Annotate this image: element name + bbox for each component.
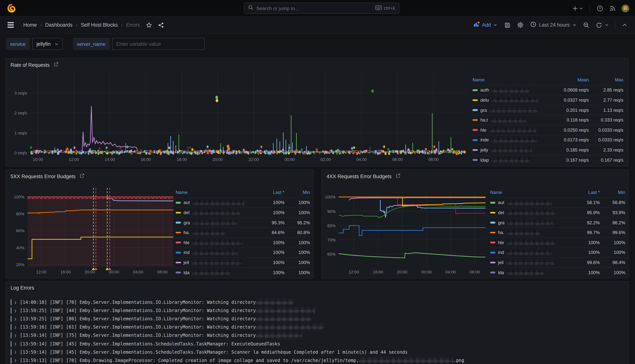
chevron-down-icon — [493, 23, 497, 27]
legend-value: 80.8% — [285, 230, 311, 235]
legend-series-toggle[interactable]: lda — [176, 270, 258, 275]
legend-series-toggle[interactable]: jell — [176, 260, 258, 265]
nav-right-actions: ? — [570, 0, 630, 16]
news-rss-icon[interactable] — [607, 3, 618, 14]
legend-header-mean[interactable]: Mean — [550, 78, 589, 83]
legend-value: 0.0608 req/s — [550, 88, 589, 93]
log-expand-chevron-icon[interactable]: ❯ — [14, 317, 17, 321]
legend-series-toggle[interactable]: gra — [490, 220, 573, 226]
legend-series-toggle[interactable]: auth — [472, 88, 550, 93]
series-color-swatch-icon — [490, 262, 495, 263]
legend-header-max[interactable]: Max — [589, 78, 624, 83]
legend-series-toggle[interactable]: inde — [472, 137, 550, 143]
svg-text:14:00: 14:00 — [105, 157, 115, 162]
legend-series-toggle[interactable]: ha.t — [472, 117, 550, 123]
legend-series-toggle[interactable]: hle — [490, 240, 573, 246]
legend-series-toggle[interactable]: ldap — [472, 157, 550, 163]
legend-series-toggle[interactable]: aut — [490, 200, 573, 206]
legend-series-toggle[interactable]: gra — [472, 107, 550, 113]
series-color-swatch-icon — [176, 212, 181, 214]
log-expand-chevron-icon[interactable]: ❯ — [14, 334, 17, 338]
redacted-series-name — [192, 200, 244, 206]
user-avatar[interactable] — [620, 3, 630, 14]
breadcrumb-item-home[interactable]: Home — [23, 22, 37, 28]
legend-series-toggle[interactable]: ind — [176, 250, 258, 256]
legend-series-toggle[interactable]: ind — [490, 250, 573, 256]
legend-series-toggle[interactable]: delu — [472, 97, 550, 103]
log-expand-chevron-icon[interactable]: ❯ — [14, 300, 17, 304]
legend-header-last[interactable]: Last * — [573, 190, 600, 195]
series-color-swatch-icon — [176, 232, 181, 234]
zoom-out-button[interactable] — [580, 19, 592, 30]
series-color-swatch-icon — [176, 202, 181, 204]
legend-row: hle0.0250 req/s0.0333 req/s — [472, 125, 624, 135]
favorite-star-button[interactable] — [144, 20, 154, 30]
legend-series-toggle[interactable]: lda — [490, 270, 573, 275]
server-name-variable-input[interactable] — [112, 38, 204, 50]
legend-header-name[interactable]: Name — [490, 190, 573, 195]
legend-row: gra92.2%86.2% — [490, 218, 626, 228]
series-name-prefix: ha. — [498, 230, 504, 235]
legend-series-toggle[interactable]: aut — [176, 200, 258, 206]
series-name-prefix: ldap — [480, 157, 489, 162]
legend-series-toggle[interactable]: ha. — [176, 230, 258, 235]
legend-series-toggle[interactable]: hle — [472, 127, 550, 133]
series-name-prefix: ha. — [184, 230, 190, 235]
series-color-swatch-icon — [490, 242, 495, 244]
log-line: ❯[13:59:14] [INF] [45] Emby.Server.Imple… — [10, 340, 624, 348]
refresh-button[interactable] — [593, 19, 611, 30]
help-button[interactable]: ? — [594, 3, 605, 14]
time-range-picker[interactable]: Last 24 hours — [528, 19, 579, 30]
breadcrumb-item-dashboards[interactable]: Dashboards — [45, 22, 73, 28]
menu-toggle-button[interactable] — [5, 19, 17, 30]
search-input[interactable] — [256, 6, 375, 11]
external-link-icon[interactable] — [80, 173, 85, 179]
legend-series-toggle[interactable]: hle — [176, 240, 258, 246]
log-expand-chevron-icon[interactable]: ❯ — [14, 350, 17, 354]
legend-series-toggle[interactable]: del — [490, 210, 573, 216]
legend-series-toggle[interactable]: jelly — [472, 147, 550, 153]
legend-row: ha.99.7%99.6% — [490, 228, 626, 238]
dashboard-settings-button[interactable] — [514, 19, 526, 30]
log-expand-chevron-icon[interactable]: ❯ — [14, 342, 17, 346]
service-variable-select[interactable]: jellyfin — [32, 38, 63, 50]
legend-series-toggle[interactable]: gra — [176, 220, 258, 226]
keyboard-icon — [375, 5, 382, 11]
legend-value: 100% — [285, 210, 311, 215]
series-name-prefix: ind — [498, 250, 504, 255]
kiosk-collapse-button[interactable] — [619, 20, 630, 30]
log-level-bar — [11, 324, 12, 330]
external-link-icon[interactable] — [54, 62, 59, 68]
svg-text:18:00: 18:00 — [177, 157, 187, 162]
legend-header-name[interactable]: Name — [176, 190, 258, 195]
svg-text:20:00: 20:00 — [85, 270, 95, 274]
redacted-series-name — [192, 270, 230, 275]
legend-header-min[interactable]: Min — [600, 190, 626, 195]
legend-value: 100% — [573, 240, 600, 245]
share-button[interactable] — [156, 20, 166, 30]
svg-text:00:00: 00:00 — [109, 270, 119, 274]
external-link-icon[interactable] — [396, 173, 401, 179]
legend-series-toggle[interactable]: del — [176, 210, 258, 216]
log-expand-chevron-icon[interactable]: ❯ — [14, 325, 17, 329]
grafana-logo-icon[interactable] — [7, 3, 16, 13]
new-menu-button[interactable] — [570, 3, 585, 14]
breadcrumb-separator: › — [76, 22, 78, 28]
legend-header-min[interactable]: Min — [285, 190, 311, 195]
log-expand-chevron-icon[interactable]: ❯ — [14, 308, 17, 312]
legend-header-last[interactable]: Last * — [258, 190, 285, 195]
legend-series-toggle[interactable]: jell — [490, 260, 573, 265]
legend-header-name[interactable]: Name — [472, 78, 550, 83]
log-expand-chevron-icon[interactable]: ❯ — [14, 358, 17, 362]
redacted-log-text — [256, 332, 302, 339]
add-panel-button[interactable]: Add — [471, 19, 500, 30]
svg-text:12:00: 12:00 — [349, 270, 359, 274]
global-search[interactable]: ctrl+k — [244, 3, 399, 14]
legend-series-toggle[interactable]: ha. — [490, 230, 573, 235]
breadcrumb-item-self-host-blocks[interactable]: Self Host Blocks — [81, 22, 118, 28]
save-dashboard-button[interactable] — [502, 19, 513, 30]
chevron-down-icon — [572, 23, 576, 27]
legend-value: 100% — [258, 200, 285, 205]
log-message: [13:59:14] [INF] [45] Emby.Server.Implem… — [20, 349, 408, 354]
svg-text:100%: 100% — [325, 195, 336, 199]
